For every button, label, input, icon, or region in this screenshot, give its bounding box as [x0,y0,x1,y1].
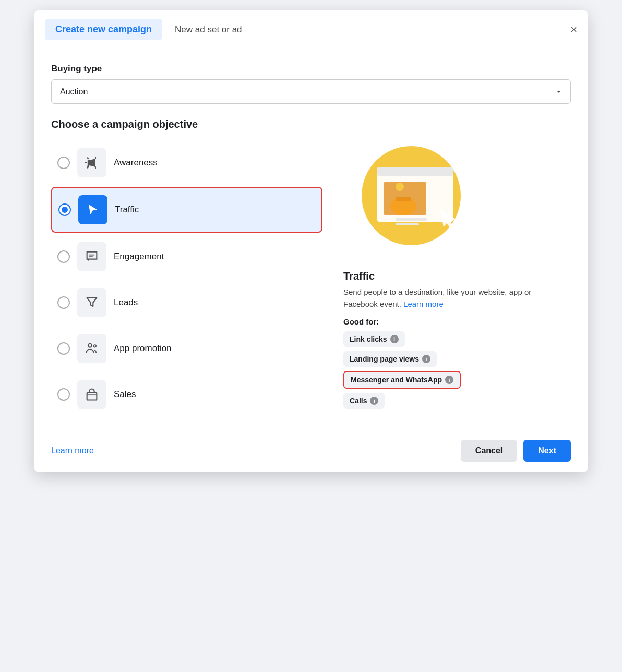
detail-title: Traffic [343,270,375,282]
traffic-svg [343,141,479,256]
radio-traffic [58,203,71,216]
engagement-label: Engagement [114,251,164,262]
good-for-label: Good for: [343,317,379,326]
svg-rect-9 [396,197,411,201]
detail-learn-more-link[interactable]: Learn more [403,299,444,308]
objective-item-engagement[interactable]: Engagement [51,235,322,279]
cancel-button[interactable]: Cancel [461,440,517,462]
objective-item-awareness[interactable]: Awareness [51,141,322,185]
megaphone-icon [85,155,99,170]
buying-type-select[interactable]: Auction [51,79,571,104]
footer-buttons: Cancel Next [461,440,571,462]
sales-label: Sales [114,389,136,400]
tag-link-clicks: Link clicks i [343,331,405,347]
tag-messenger-whatsapp: Messenger and WhatsApp i [343,371,461,389]
app-promotion-icon-box [77,334,106,363]
bag-icon [85,387,99,402]
objective-layout: Awareness Traffic [51,141,571,416]
next-button[interactable]: Next [523,440,571,462]
leads-icon-box [77,288,106,317]
sales-icon-box [77,380,106,409]
tag-info-landing-page: i [422,355,430,363]
app-promotion-label: App promotion [114,343,172,354]
traffic-label: Traffic [115,205,139,215]
tab-new-ad[interactable]: New ad set or ad [175,25,242,35]
traffic-icon-box [78,195,107,224]
modal-header: Create new campaign New ad set or ad × [34,10,588,49]
objective-item-traffic[interactable]: Traffic [51,187,322,233]
engagement-icon-box [77,242,106,271]
tab-create-campaign[interactable]: Create new campaign [45,19,162,40]
modal-body: Buying type Auction Choose a campaign ob… [34,49,588,416]
svg-rect-12 [396,223,419,225]
tag-info-messenger: i [445,376,453,384]
tag-info-calls: i [370,397,378,405]
buying-type-label: Buying type [51,64,571,74]
traffic-illustration [343,141,479,261]
cursor-icon [86,202,100,217]
svg-rect-2 [87,393,97,400]
tags-container: Link clicks i Landing page views i Messe… [343,331,461,409]
modal-footer: Learn more Cancel Next [34,429,588,472]
chat-icon [85,249,99,264]
objective-item-sales[interactable]: Sales [51,373,322,416]
leads-label: Leads [114,297,138,308]
radio-engagement [57,250,70,263]
choose-objective-label: Choose a campaign objective [51,118,571,130]
objective-item-leads[interactable]: Leads [51,281,322,325]
objective-detail: Traffic Send people to a destination, li… [322,141,571,416]
radio-app-promotion [57,342,70,355]
funnel-icon [85,295,99,310]
svg-rect-5 [377,167,453,176]
radio-awareness [57,157,70,169]
radio-leads [57,296,70,309]
svg-rect-11 [396,218,427,221]
svg-point-0 [88,344,92,347]
close-button[interactable]: × [570,24,577,35]
people-icon [85,341,99,356]
detail-description: Send people to a destination, like your … [343,286,552,310]
tag-calls: Calls i [343,393,385,409]
objective-list: Awareness Traffic [51,141,322,416]
footer-learn-more[interactable]: Learn more [51,446,94,455]
awareness-label: Awareness [114,158,158,168]
svg-point-7 [396,183,404,191]
tag-info-link-clicks: i [390,335,399,343]
awareness-icon-box [77,148,106,177]
objective-item-app-promotion[interactable]: App promotion [51,327,322,370]
tag-landing-page-views: Landing page views i [343,351,437,367]
campaign-modal: Create new campaign New ad set or ad × B… [34,10,588,472]
svg-point-1 [94,345,97,347]
radio-sales [57,388,70,401]
